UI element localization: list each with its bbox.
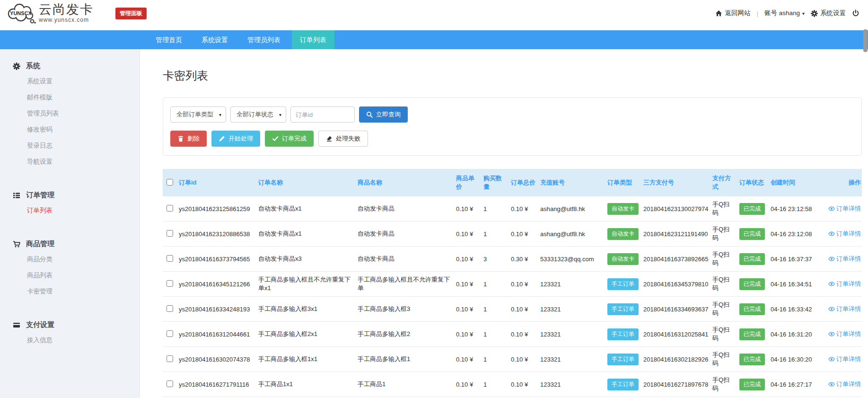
table-row: ys2018041623125861259自动发卡商品x1自动发卡商品0.10 … (163, 196, 862, 221)
power-icon (852, 9, 859, 17)
table-row: ys2018041616334248193手工商品多输入框3x1手工商品多输入框… (163, 297, 862, 322)
quantity-cell: 1 (483, 372, 511, 397)
order-id-cell: ys2018041623120886538 (179, 221, 258, 247)
sidebar-item[interactable]: 商品分类 (12, 251, 140, 267)
pay-method-cell: 手Q扫码 (712, 221, 739, 247)
created-time-cell: 04-16 16:30:20 (771, 347, 827, 372)
sidebar-section-1: 系统系统设置邮件模版管理员列表修改密码登录日志导航设置 (12, 62, 140, 170)
sidebar-item[interactable]: 系统设置 (12, 73, 140, 89)
unit-price-cell: 0.10 ¥ (456, 272, 483, 297)
logout-button[interactable] (852, 9, 859, 17)
order-detail-link[interactable]: 订单详情 (828, 305, 861, 313)
account-cell: 53331323@qq.com (540, 247, 607, 272)
credit-card-icon (12, 321, 20, 329)
start-process-button[interactable]: 开始处理 (211, 131, 260, 147)
process-fail-button[interactable]: 处理失败 (318, 131, 368, 147)
sidebar-item[interactable]: 管理员列表 (12, 106, 140, 122)
back-to-site-link[interactable]: 返回网站 (715, 9, 750, 18)
select-all-checkbox[interactable] (167, 179, 173, 186)
account-cell: 123321 (540, 297, 607, 322)
admin-panel-badge: 管理面板 (115, 8, 147, 19)
nav-tab-3[interactable]: 管理员列表 (239, 30, 289, 49)
row-checkbox[interactable] (167, 255, 173, 262)
account-cell: 123321 (540, 372, 607, 397)
nav-tab-1[interactable]: 管理首页 (148, 30, 190, 49)
order-id-cell: ys2018041616334248193 (179, 297, 258, 322)
pay-no-cell: 2018041616345379810 (643, 272, 712, 297)
sidebar-item[interactable]: 商品列表 (12, 267, 140, 283)
row-checkbox[interactable] (167, 355, 173, 362)
created-time-cell: 04-16 16:33:42 (771, 297, 827, 322)
order-id-input[interactable] (290, 106, 355, 123)
account-menu[interactable]: 账号 ashang ▾ (764, 9, 805, 18)
table-row: ys2018041623120886538自动发卡商品x1自动发卡商品0.10 … (163, 221, 862, 247)
top-header: YUNSCX 云尚发卡 www.yunscx.com 管理面板 返回网站 | 账… (0, 0, 868, 27)
delete-button[interactable]: 删除 (170, 131, 207, 147)
status-badge: 已完成 (739, 303, 765, 315)
pay-method-cell: 手Q扫码 (712, 322, 739, 347)
order-detail-link[interactable]: 订单详情 (828, 255, 861, 263)
created-time-cell: 04-16 16:34:51 (771, 272, 827, 297)
sidebar-item[interactable]: 登录日志 (12, 138, 140, 154)
product-name-cell: 手工商品多输入框2 (358, 322, 456, 347)
account-cell: 123321 (540, 322, 607, 347)
order-detail-link[interactable]: 订单详情 (828, 380, 861, 389)
product-name-cell: 手工商品多输入框3 (358, 297, 456, 322)
row-checkbox[interactable] (167, 205, 173, 212)
row-checkbox[interactable] (167, 330, 173, 337)
order-complete-button[interactable]: 订单完成 (265, 131, 314, 147)
eye-icon (828, 306, 835, 312)
order-type-badge: 手工订单 (607, 328, 639, 340)
account-cell: ashang@utf8.hk (540, 196, 607, 221)
system-settings-link[interactable]: 系统设置 (811, 9, 846, 18)
product-name-cell: 自动发卡商品 (358, 221, 456, 247)
created-time-cell: 04-16 16:31:20 (771, 322, 827, 347)
unit-price-cell: 0.10 ¥ (456, 347, 483, 372)
order-name-cell: 手工商品多输入框1x1 (258, 347, 358, 372)
eraser-icon (326, 135, 333, 142)
order-detail-link[interactable]: 订单详情 (828, 204, 861, 213)
search-button[interactable]: 立即查询 (359, 106, 408, 123)
row-checkbox[interactable] (167, 280, 173, 287)
search-icon (366, 111, 373, 118)
order-type-select[interactable]: 全部订单类型 ▾ (170, 106, 226, 123)
status-badge: 已完成 (739, 203, 765, 215)
column-header: 操作 (827, 169, 862, 196)
eye-icon (828, 205, 835, 212)
check-icon (272, 135, 279, 142)
status-badge: 已完成 (739, 253, 765, 265)
table-row: ys2018041616373794565自动发卡商品x3自动发卡商品0.10 … (163, 247, 862, 272)
nav-tab-2[interactable]: 系统设置 (193, 30, 236, 49)
account-cell: ashang@utf8.hk (540, 221, 607, 247)
order-detail-link[interactable]: 订单详情 (828, 355, 861, 363)
unit-price-cell: 0.10 ¥ (456, 322, 483, 347)
order-detail-link[interactable]: 订单详情 (828, 330, 861, 338)
sidebar-item[interactable]: 卡密管理 (12, 283, 140, 300)
column-header: 创建时间 (771, 169, 827, 196)
account-cell: 123321 (540, 347, 607, 372)
order-status-select[interactable]: 全部订单状态 ▾ (230, 106, 286, 123)
row-checkbox[interactable] (167, 305, 173, 312)
sidebar-item[interactable]: 接入信息 (12, 332, 140, 348)
total-price-cell: 0.10 ¥ (511, 372, 540, 397)
nav-tab-4[interactable]: 订单列表 (292, 30, 334, 49)
sidebar-item[interactable]: 邮件模版 (12, 89, 140, 106)
eye-icon (828, 381, 835, 388)
order-detail-link[interactable]: 订单详情 (828, 230, 861, 238)
column-header: 订单id (179, 169, 258, 196)
total-price-cell: 0.10 ¥ (511, 221, 540, 247)
column-header: 购买数量 (483, 169, 511, 196)
brand-url: www.yunscx.com (39, 17, 94, 23)
pay-method-cell: 手Q扫码 (712, 196, 739, 221)
sidebar-item[interactable]: 订单列表 (12, 203, 140, 219)
trash-icon (177, 135, 184, 142)
row-checkbox[interactable] (167, 230, 173, 237)
order-name-cell: 自动发卡商品x1 (258, 196, 358, 221)
sidebar-item[interactable]: 修改密码 (12, 122, 140, 138)
list-icon (12, 192, 20, 199)
scrollbar-thumb[interactable] (863, 29, 868, 52)
order-detail-link[interactable]: 订单详情 (828, 280, 861, 288)
row-checkbox[interactable] (167, 380, 173, 387)
pay-method-cell: 手Q扫码 (712, 247, 739, 272)
sidebar-item[interactable]: 导航设置 (12, 154, 140, 170)
